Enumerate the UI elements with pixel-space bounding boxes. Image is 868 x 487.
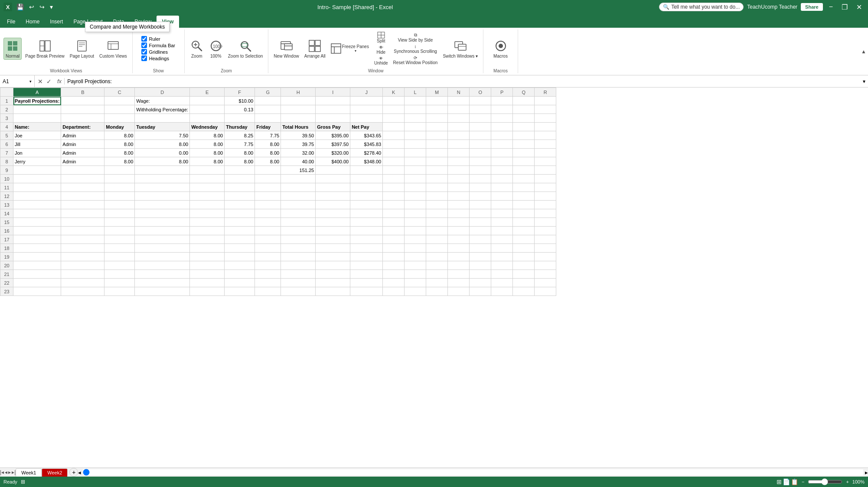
row-header-7[interactable]: 7 [0, 149, 13, 157]
cell[interactable] [350, 105, 383, 114]
cell[interactable]: 7.75 [225, 140, 255, 149]
cell[interactable] [255, 235, 281, 244]
col-header-R[interactable]: R [535, 88, 556, 97]
cell[interactable] [535, 287, 556, 296]
col-header-O[interactable]: O [470, 88, 491, 97]
cell[interactable] [426, 209, 448, 218]
col-header-N[interactable]: N [448, 88, 470, 97]
cell[interactable] [491, 175, 513, 183]
col-header-K[interactable]: K [383, 88, 405, 97]
row-header-5[interactable]: 5 [0, 131, 13, 140]
cell[interactable]: Wage: [135, 97, 190, 105]
cell[interactable] [13, 183, 61, 192]
cell[interactable] [448, 192, 470, 201]
cell[interactable] [255, 114, 281, 123]
col-header-A[interactable]: A [13, 88, 61, 97]
cell[interactable] [448, 244, 470, 253]
cell[interactable]: Jerry [13, 157, 61, 166]
cell[interactable] [225, 183, 255, 192]
cell[interactable] [190, 227, 225, 235]
cell[interactable] [383, 227, 405, 235]
cell[interactable] [383, 131, 405, 140]
cell[interactable] [448, 131, 470, 140]
zoom-selection-button[interactable]: Zoom to Selection [226, 38, 265, 59]
ruler-checkbox-row[interactable]: Ruler [141, 36, 160, 42]
cell[interactable] [190, 253, 225, 261]
cell[interactable] [61, 279, 104, 287]
formula-bar-checkbox-row[interactable]: Formula Bar [141, 42, 175, 48]
cell[interactable]: 8.00 [104, 131, 135, 140]
cell[interactable] [316, 175, 350, 183]
cell[interactable] [190, 105, 225, 114]
undo-button[interactable]: ↩ [27, 3, 36, 11]
cell[interactable] [470, 270, 491, 279]
cell[interactable] [350, 227, 383, 235]
cell[interactable] [448, 157, 470, 166]
cell[interactable] [535, 123, 556, 131]
cell[interactable] [491, 253, 513, 261]
cell[interactable] [426, 140, 448, 149]
cell[interactable] [316, 209, 350, 218]
cell[interactable] [405, 157, 426, 166]
col-header-E[interactable]: E [190, 88, 225, 97]
cell[interactable]: 8.00 [104, 140, 135, 149]
row-header-12[interactable]: 12 [0, 192, 13, 201]
cell[interactable] [470, 244, 491, 253]
cell[interactable] [405, 166, 426, 175]
row-header-4[interactable]: 4 [0, 123, 13, 131]
cell[interactable] [513, 105, 535, 114]
cell[interactable] [135, 279, 190, 287]
cell[interactable] [426, 123, 448, 131]
cell[interactable] [448, 261, 470, 270]
cell[interactable] [405, 131, 426, 140]
cell[interactable] [104, 201, 135, 209]
cell[interactable]: Admin [61, 140, 104, 149]
redo-button[interactable]: ↪ [38, 3, 46, 11]
cell[interactable] [13, 227, 61, 235]
cell[interactable] [13, 105, 61, 114]
cell[interactable] [383, 149, 405, 157]
cell[interactable] [491, 123, 513, 131]
cell[interactable] [513, 244, 535, 253]
cell[interactable] [535, 157, 556, 166]
cell[interactable] [535, 114, 556, 123]
cell[interactable] [491, 114, 513, 123]
cell[interactable] [491, 166, 513, 175]
cell[interactable] [383, 123, 405, 131]
cell[interactable] [316, 192, 350, 201]
cell[interactable] [255, 105, 281, 114]
cell[interactable] [350, 166, 383, 175]
cell[interactable] [383, 244, 405, 253]
cell[interactable] [470, 261, 491, 270]
cell[interactable] [281, 261, 316, 270]
cell[interactable] [491, 105, 513, 114]
cell[interactable] [426, 131, 448, 140]
cell[interactable]: Total Hours [281, 123, 316, 131]
cell[interactable]: 8.00 [255, 140, 281, 149]
cell[interactable] [448, 279, 470, 287]
cell[interactable] [190, 235, 225, 244]
cell[interactable] [13, 218, 61, 227]
cell[interactable] [190, 244, 225, 253]
cell[interactable] [405, 175, 426, 183]
cell[interactable]: 8.00 [190, 140, 225, 149]
cell[interactable] [281, 175, 316, 183]
cell[interactable] [135, 218, 190, 227]
cell[interactable] [491, 244, 513, 253]
cell[interactable] [255, 97, 281, 105]
cell[interactable] [225, 244, 255, 253]
prev-sheet-button[interactable]: ◂ [5, 469, 7, 475]
cell[interactable] [281, 97, 316, 105]
cell[interactable] [350, 235, 383, 244]
cell[interactable] [135, 209, 190, 218]
cell[interactable] [405, 287, 426, 296]
zoom-slider[interactable] [808, 478, 842, 485]
cell[interactable] [470, 201, 491, 209]
col-header-P[interactable]: P [491, 88, 513, 97]
cell[interactable]: Payroll Projections: [13, 97, 61, 105]
cell[interactable]: Joe [13, 131, 61, 140]
cell[interactable] [535, 97, 556, 105]
cell[interactable] [350, 209, 383, 218]
cell[interactable] [350, 114, 383, 123]
cell[interactable] [61, 261, 104, 270]
